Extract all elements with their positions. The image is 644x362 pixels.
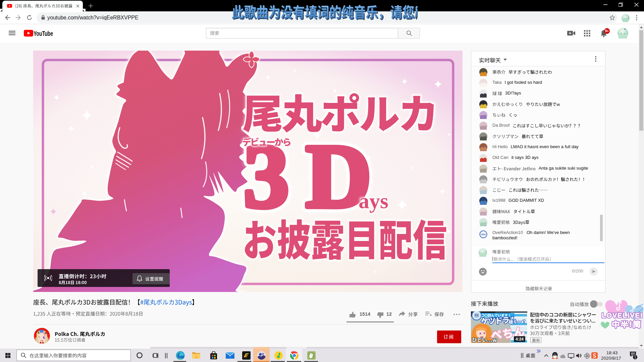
svg-text:ORA: ORA — [481, 233, 486, 236]
svg-text:4:24: 4:24 — [516, 337, 524, 342]
svg-text:ays: ays — [359, 189, 388, 213]
svg-text:LOVELiVE!: LOVELiVE! — [602, 312, 643, 319]
